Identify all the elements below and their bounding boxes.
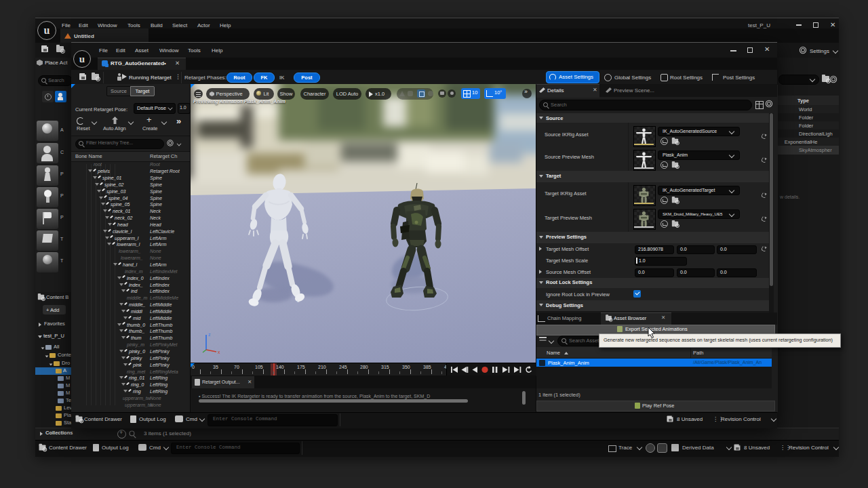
svg-text:x: x	[218, 350, 220, 354]
svg-text:z: z	[208, 332, 211, 337]
